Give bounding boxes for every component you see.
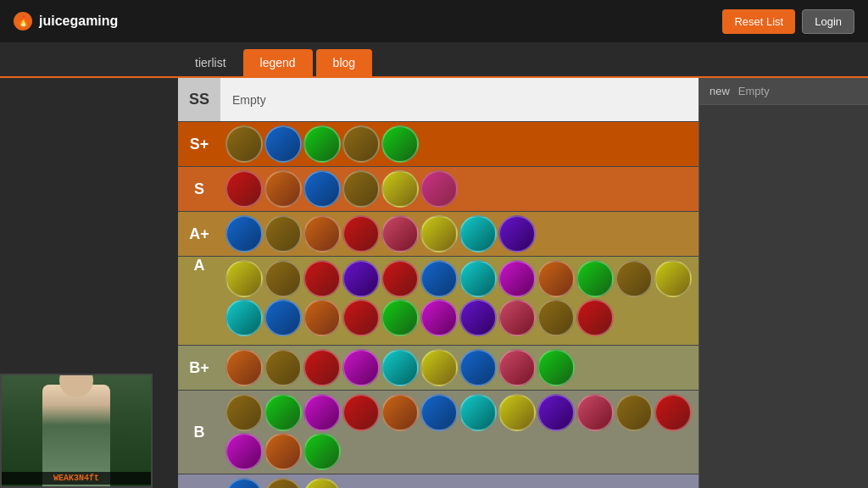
avatar [381,215,419,252]
avatar [342,260,380,297]
side-panel: new Empty [698,78,868,488]
avatar [576,394,614,431]
avatar [459,260,497,297]
avatar [264,215,302,252]
webcam-overlay: WEAK3N4ft [0,374,153,488]
avatar [264,433,302,470]
tier-content-bplus[interactable] [220,346,698,390]
side-panel-content [699,105,868,119]
tier-content-c[interactable] [220,474,698,488]
avatar [264,125,302,163]
logo-icon: 🔥 [14,12,32,30]
tier-content-a[interactable] [220,257,698,341]
tier-label-c: C [178,474,220,488]
avatar [342,349,380,386]
tier-content-aplus[interactable] [220,212,698,256]
avatar [303,125,341,163]
avatar [498,299,536,336]
avatar [381,260,419,297]
side-new-label: new [709,85,730,97]
ss-empty-text: Empty [225,90,273,110]
avatar [498,260,536,297]
tier-label-ss: SS [178,78,220,121]
tier-row-s: S [178,167,698,212]
avatar [303,394,341,431]
tier-row-ss: SS Empty [178,78,698,122]
tier-label-bplus: B+ [178,346,220,390]
tierlist-container: SS Empty S+ S [178,78,698,488]
avatar [225,394,263,431]
avatar [498,215,536,252]
tier-label-aplus: A+ [178,212,220,256]
avatar [225,170,263,208]
avatar [381,349,419,386]
avatar [459,215,497,252]
avatar [459,349,497,386]
avatar [264,170,302,208]
webcam-person-body [42,385,110,486]
webcam-video: WEAK3N4ft [2,375,151,486]
avatar [225,349,263,386]
header-buttons: Reset List Login [722,9,854,34]
tier-row-b: B [178,391,698,474]
side-panel-header: new Empty [699,78,868,105]
tier-label-b: B [178,391,220,474]
avatar [615,394,653,431]
tier-label-a: A [178,257,220,274]
avatar [303,349,341,386]
avatar [303,260,341,297]
tier-content-splus[interactable] [220,122,698,166]
tab-legend[interactable]: legend [243,49,313,76]
avatar [264,349,302,386]
avatar [420,394,458,431]
avatar [420,349,458,386]
tier-content-ss[interactable]: Empty [220,78,698,121]
logo-text: juicegaming [39,14,118,29]
tier-label-s: S [178,167,220,211]
header: 🔥 juicegaming Reset List Login [0,0,868,42]
avatar [303,170,341,208]
side-empty-label: Empty [738,85,770,97]
avatar [264,478,302,488]
avatar [342,394,380,431]
avatar [381,170,419,208]
avatar [381,394,419,431]
avatar [264,299,302,336]
avatar [537,260,575,297]
avatar [342,170,380,208]
tier-row-aplus: A+ [178,212,698,257]
tab-blog[interactable]: blog [316,49,372,76]
avatar [303,478,341,488]
avatar [615,260,653,297]
avatar [498,349,536,386]
tier-row-splus: S+ [178,122,698,167]
logo: 🔥 juicegaming [14,12,118,30]
avatar [420,260,458,297]
avatar [654,394,692,431]
avatar [264,260,302,297]
avatar [381,125,419,163]
login-button[interactable]: Login [802,9,854,34]
avatar [342,215,380,252]
tier-content-b[interactable] [220,391,698,474]
webcam-person-head [59,374,93,397]
tier-label-splus: S+ [178,122,220,166]
avatar [537,394,575,431]
tier-row-a: A [178,257,698,346]
avatar [225,478,263,488]
avatar [537,299,575,336]
avatar [225,433,263,470]
reset-list-button[interactable]: Reset List [722,9,795,34]
avatar [576,260,614,297]
avatar [498,394,536,431]
avatar [342,125,380,163]
avatar [342,299,380,336]
avatar [381,299,419,336]
tier-content-s[interactable] [220,167,698,211]
avatar [303,433,341,470]
avatar [264,394,302,431]
avatar [420,299,458,336]
tab-tierlist[interactable]: tierlist [178,49,243,76]
avatar [420,170,458,208]
avatar [303,299,341,336]
